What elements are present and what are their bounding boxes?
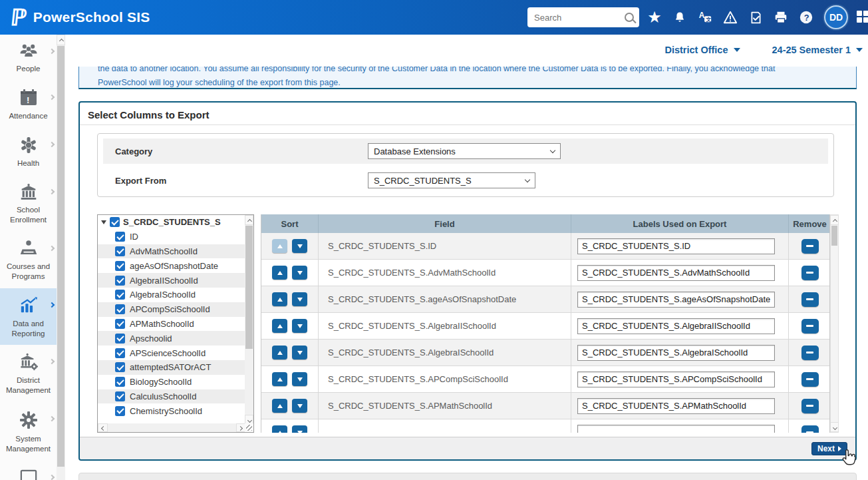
scrollbar-thumb[interactable] bbox=[831, 226, 837, 246]
remove-button[interactable] bbox=[801, 319, 819, 334]
tree-field-item[interactable]: BiologySchoolId bbox=[98, 375, 245, 389]
school-selector[interactable]: District Office bbox=[664, 45, 740, 55]
sort-up-button[interactable] bbox=[272, 399, 287, 413]
tree-field-item[interactable]: ID bbox=[98, 230, 245, 244]
checkbox-checked-icon[interactable] bbox=[115, 391, 125, 401]
tree-field-item[interactable]: APScienceSchoolId bbox=[98, 346, 245, 360]
export-label-input[interactable] bbox=[577, 318, 775, 334]
sidebar-item-system-settings[interactable] bbox=[0, 461, 57, 480]
tree-root[interactable]: S_CRDC_STUDENTS_S bbox=[98, 215, 245, 230]
table-vertical-scrollbar[interactable] bbox=[830, 214, 839, 433]
alert-warning-icon[interactable] bbox=[722, 9, 738, 25]
export-label-input[interactable] bbox=[577, 292, 775, 308]
term-selector[interactable]: 24-25 Semester 1 bbox=[772, 45, 863, 55]
scroll-up-icon[interactable] bbox=[57, 35, 65, 45]
sort-up-button[interactable] bbox=[272, 266, 287, 280]
remove-button[interactable] bbox=[801, 346, 819, 360]
notifications-bell-icon[interactable] bbox=[672, 9, 688, 25]
global-search[interactable] bbox=[527, 7, 639, 27]
checkbox-checked-icon[interactable] bbox=[115, 261, 125, 271]
export-label-input[interactable] bbox=[577, 398, 775, 414]
sidebar-item-health[interactable]: Health bbox=[0, 128, 57, 175]
sidebar-item-data-and-reporting[interactable]: Data and Reporting bbox=[0, 288, 57, 346]
export-label-input[interactable] bbox=[577, 371, 775, 387]
sidebar-item-attendance[interactable]: ! Attendance bbox=[0, 81, 57, 128]
checkbox-checked-icon[interactable] bbox=[115, 406, 125, 416]
export-from-select[interactable]: S_CRDC_STUDENTS_S bbox=[368, 172, 535, 188]
translate-icon[interactable]: A文 bbox=[697, 9, 713, 25]
user-avatar[interactable]: DD bbox=[824, 5, 848, 29]
tree-vertical-scrollbar[interactable] bbox=[245, 215, 253, 425]
sort-down-button[interactable] bbox=[292, 425, 307, 433]
resize-grip[interactable] bbox=[245, 423, 253, 432]
sort-down-button[interactable] bbox=[292, 346, 307, 360]
print-icon[interactable] bbox=[773, 9, 789, 25]
tree-horizontal-scrollbar[interactable] bbox=[98, 423, 246, 432]
checkbox-checked-icon[interactable] bbox=[115, 334, 125, 344]
sort-up-button[interactable] bbox=[272, 346, 287, 360]
tree-field-item[interactable]: ageAsOfSnapshotDate bbox=[98, 258, 245, 273]
tree-field-item[interactable]: APCompSciSchoolId bbox=[98, 302, 245, 317]
export-label-input[interactable] bbox=[577, 265, 775, 281]
search-icon[interactable] bbox=[625, 13, 634, 22]
powerschool-logo[interactable]: ℙ PowerSchool SIS bbox=[11, 6, 150, 29]
checkbox-checked-icon[interactable] bbox=[115, 232, 125, 242]
scroll-left-icon[interactable] bbox=[98, 423, 108, 432]
sort-up-button[interactable] bbox=[272, 239, 287, 253]
scrollbar-thumb[interactable] bbox=[245, 226, 253, 349]
sidebar-item-people[interactable]: People bbox=[0, 35, 57, 81]
report-check-icon[interactable] bbox=[748, 9, 764, 25]
sort-up-button[interactable] bbox=[272, 372, 287, 386]
next-button[interactable]: Next bbox=[811, 442, 847, 455]
sort-up-button[interactable] bbox=[272, 425, 287, 433]
checkbox-checked-icon[interactable] bbox=[115, 246, 125, 256]
category-select[interactable]: Database Extensions bbox=[368, 143, 561, 159]
sort-down-button[interactable] bbox=[292, 292, 307, 306]
checkbox-checked-icon[interactable] bbox=[115, 276, 125, 286]
remove-button[interactable] bbox=[801, 266, 819, 280]
search-input[interactable] bbox=[534, 13, 625, 23]
sort-down-button[interactable] bbox=[292, 266, 307, 280]
checkbox-checked-icon[interactable] bbox=[115, 290, 125, 300]
sort-up-button[interactable] bbox=[272, 319, 287, 333]
help-icon[interactable]: ? bbox=[798, 9, 814, 25]
export-label-input[interactable] bbox=[577, 345, 775, 361]
favorites-star-icon[interactable]: ★ bbox=[647, 9, 662, 25]
tree-field-item[interactable]: CalculusSchoolId bbox=[98, 389, 245, 404]
sidebar-item-system-management[interactable]: System Management bbox=[0, 402, 57, 461]
checkbox-checked-icon[interactable] bbox=[115, 362, 125, 372]
checkbox-checked-icon[interactable] bbox=[115, 319, 125, 329]
sort-down-button[interactable] bbox=[292, 319, 307, 333]
scroll-up-icon[interactable] bbox=[245, 215, 253, 225]
sort-down-button[interactable] bbox=[292, 239, 307, 253]
sort-down-button[interactable] bbox=[292, 372, 307, 386]
tree-field-item[interactable]: attemptedSATOrACT bbox=[98, 360, 245, 375]
checkbox-checked-icon[interactable] bbox=[115, 304, 125, 314]
remove-button[interactable] bbox=[801, 372, 819, 387]
remove-button[interactable] bbox=[801, 292, 819, 307]
remove-button[interactable] bbox=[801, 425, 819, 433]
export-label-input[interactable] bbox=[577, 238, 775, 254]
checkbox-checked-icon[interactable] bbox=[115, 377, 125, 387]
tree-field-item[interactable]: Apschoolid bbox=[98, 331, 245, 346]
sidebar-item-courses-and-programs[interactable]: Courses and Programs bbox=[0, 232, 57, 288]
sidebar-scrollbar[interactable] bbox=[57, 35, 65, 480]
remove-button[interactable] bbox=[801, 239, 819, 254]
apps-grid-icon[interactable] bbox=[857, 11, 868, 24]
tree-collapse-icon[interactable] bbox=[101, 220, 106, 224]
remove-button[interactable] bbox=[801, 399, 819, 413]
sort-up-button[interactable] bbox=[272, 292, 287, 306]
tree-field-item[interactable]: APMathSchoolId bbox=[98, 317, 245, 332]
tree-field-item[interactable]: ChemistrySchoolId bbox=[98, 403, 245, 418]
checkbox-checked-icon[interactable] bbox=[110, 217, 120, 227]
sort-down-button[interactable] bbox=[292, 399, 307, 413]
export-label-input[interactable] bbox=[577, 425, 775, 433]
tree-field-item[interactable]: AlgebraIISchoolId bbox=[98, 273, 245, 288]
checkbox-checked-icon[interactable] bbox=[115, 348, 125, 358]
scroll-up-icon[interactable] bbox=[830, 215, 839, 225]
tree-field-item[interactable]: AlgebraISchoolId bbox=[98, 288, 245, 302]
scrollbar-thumb[interactable] bbox=[57, 46, 65, 467]
tree-field-item[interactable]: AdvMathSchoolId bbox=[98, 244, 245, 259]
scroll-down-icon[interactable] bbox=[830, 422, 839, 432]
sidebar-item-school-enrollment[interactable]: School Enrollment bbox=[0, 175, 57, 232]
